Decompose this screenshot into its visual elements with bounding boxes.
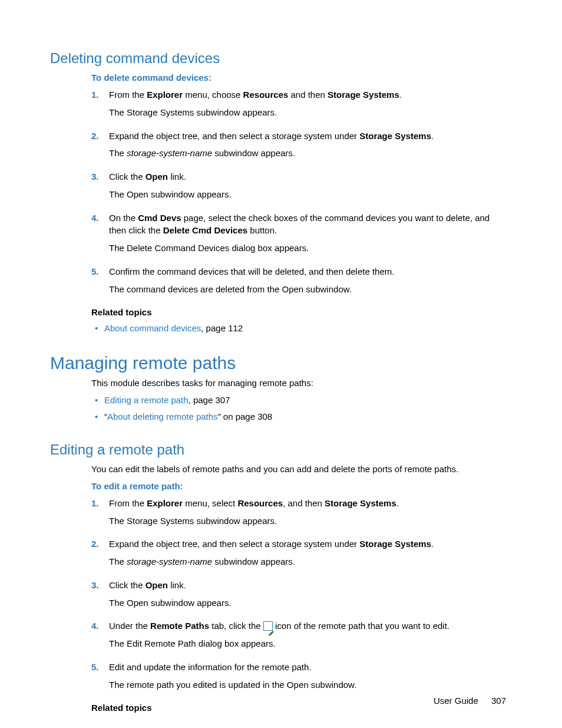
step-result: The storage-system-name subwindow appear… [109,555,509,568]
related-list: About command devices, page 112 [91,322,509,335]
step-item: 3. Click the Open link. The Open subwind… [91,579,509,610]
list-item: Editing a remote path, page 307 [91,394,509,407]
step-item: 5. Edit and update the information for t… [91,661,509,691]
step-item: 1. From the Explorer menu, choose Resour… [91,88,509,119]
step-number: 1. [91,88,99,101]
intro-text: You can edit the labels of remote paths … [91,464,509,474]
step-item: 1. From the Explorer menu, select Resour… [91,497,509,528]
module-links: Editing a remote path, page 307 “About d… [91,394,509,424]
edit-icon [263,621,273,631]
step-number: 4. [91,212,99,225]
link-editing-remote-path[interactable]: Editing a remote path [104,395,189,405]
link-about-command-devices[interactable]: About command devices [104,323,201,333]
step-text: Edit and update the information for the … [109,662,312,672]
step-text: Under the Remote Paths tab, click the ic… [109,621,449,631]
step-number: 5. [91,661,99,674]
step-text: From the Explorer menu, select Resources… [109,498,399,508]
step-item: 2. Expand the object tree, and then sele… [91,538,509,568]
heading-managing-remote-paths: Managing remote paths [50,353,509,373]
leadin-edit-path: To edit a remote path: [91,481,509,491]
step-text: Click the Open link. [109,172,186,182]
step-result: The Delete Command Devices dialog box ap… [109,242,509,255]
related-topics-heading: Related topics [91,307,509,317]
step-text: Expand the object tree, and then select … [109,539,434,549]
step-text: Click the Open link. [109,580,186,590]
step-number: 2. [91,538,99,551]
step-text: Expand the object tree, and then select … [109,131,434,141]
step-item: 3. Click the Open link. The Open subwind… [91,170,509,201]
step-number: 4. [91,620,99,633]
step-number: 3. [91,579,99,592]
step-item: 2. Expand the object tree, and then sele… [91,130,509,160]
step-item: 4. On the Cmd Devs page, select the chec… [91,212,509,255]
heading-editing-remote-path: Editing a remote path [50,442,509,458]
step-item: 5. Confirm the command devices that will… [91,265,509,296]
step-result: The storage-system-name subwindow appear… [109,147,509,160]
step-item: 4. Under the Remote Paths tab, click the… [91,620,509,650]
step-text: Confirm the command devices that will be… [109,266,394,276]
step-number: 1. [91,497,99,510]
intro-text: This module describes tasks for managing… [91,378,509,388]
step-text: From the Explorer menu, choose Resources… [109,90,402,100]
step-result: The Open subwindow appears. [109,188,509,201]
step-number: 5. [91,265,99,278]
step-number: 3. [91,170,99,183]
related-item: About command devices, page 112 [91,322,509,335]
step-result: The Storage Systems subwindow appears. [109,515,509,528]
list-item: “About deleting remote paths” on page 30… [91,410,509,424]
step-result: The command devices are deleted from the… [109,283,509,296]
step-number: 2. [91,130,99,143]
leadin-delete-cmd: To delete command devices: [91,73,509,83]
step-result: The Storage Systems subwindow appears. [109,106,509,119]
steps-list-edit: 1. From the Explorer menu, select Resour… [91,497,509,691]
page-footer: User Guide 307 [434,696,506,706]
step-result: The Edit Remote Path dialog box appears. [109,637,509,650]
footer-label: User Guide [434,696,478,706]
step-text: On the Cmd Devs page, select the check b… [109,213,490,236]
heading-deleting-command-devices: Deleting command devices [50,50,509,67]
step-result: The remote path you edited is updated in… [109,678,509,691]
step-result: The Open subwindow appears. [109,597,509,610]
link-about-deleting-remote-paths[interactable]: About deleting remote paths [107,411,218,421]
steps-list-delete: 1. From the Explorer menu, choose Resour… [91,88,509,295]
page-number: 307 [491,696,506,706]
document-page: Deleting command devices To delete comma… [0,0,562,728]
